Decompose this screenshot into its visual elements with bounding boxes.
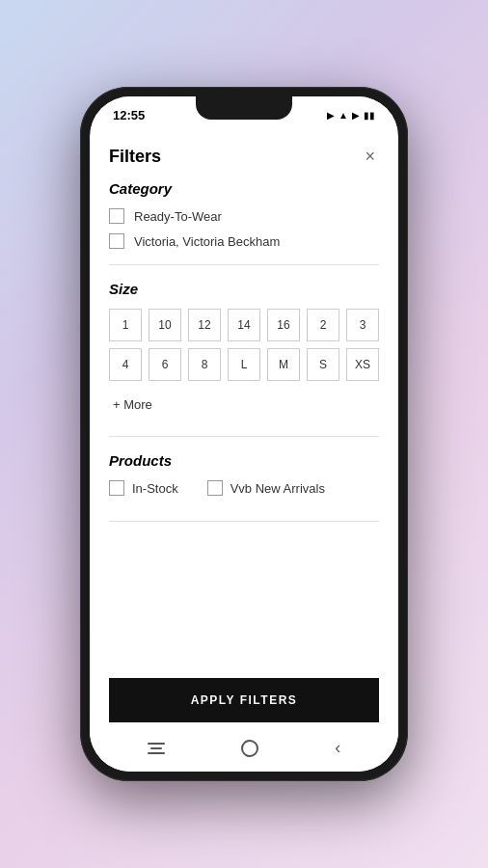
size-btn-6[interactable]: 6 — [149, 348, 181, 381]
filter-content: Filters × Category Ready-To-Wear Victori… — [90, 128, 398, 666]
products-row: In-Stock Vvb New Arrivals — [109, 480, 379, 505]
size-more-button[interactable]: + More — [109, 388, 156, 420]
close-button[interactable]: × — [361, 144, 379, 169]
wifi-icon: ▶ — [352, 110, 360, 121]
nav-line-3 — [148, 752, 165, 754]
divider-3 — [109, 521, 379, 522]
divider-1 — [109, 264, 379, 265]
category-title: Category — [109, 180, 379, 197]
status-time: 12:55 — [113, 108, 145, 122]
checkbox-victoria-beckham[interactable] — [109, 233, 124, 249]
signal-icon: ▲ — [339, 110, 348, 121]
product-option-in-stock[interactable]: In-Stock — [109, 480, 178, 496]
divider-2 — [109, 436, 379, 437]
spacer — [109, 537, 379, 666]
products-title: Products — [109, 452, 379, 469]
size-btn-8[interactable]: 8 — [188, 348, 221, 381]
apply-filters-button[interactable]: APPLY FILTERS — [109, 678, 379, 722]
size-btn-S[interactable]: S — [307, 348, 339, 381]
status-icons: ▶ ▲ ▶ ▮▮ — [327, 110, 375, 121]
checkbox-vvb-new-arrivals[interactable] — [207, 480, 223, 496]
back-chevron-icon[interactable]: ‹ — [335, 738, 340, 758]
size-btn-12[interactable]: 12 — [188, 309, 221, 341]
product-label-vvb-new-arrivals: Vvb New Arrivals — [230, 481, 325, 496]
size-title: Size — [109, 281, 379, 297]
size-btn-14[interactable]: 14 — [228, 309, 260, 341]
size-btn-4[interactable]: 4 — [109, 348, 142, 381]
size-btn-M[interactable]: M — [267, 348, 300, 381]
size-btn-16[interactable]: 16 — [267, 309, 300, 341]
battery-icon: ▮▮ — [364, 110, 375, 121]
category-label-victoria-beckham: Victoria, Victoria Beckham — [134, 234, 280, 249]
size-grid: 1 10 12 14 16 2 3 4 6 8 L M S XS + More — [109, 309, 379, 420]
checkbox-ready-to-wear[interactable] — [109, 208, 124, 224]
product-option-vvb-new-arrivals[interactable]: Vvb New Arrivals — [207, 480, 325, 496]
category-option-victoria-beckham[interactable]: Victoria, Victoria Beckham — [109, 233, 379, 249]
notch — [196, 96, 292, 120]
bottom-bar: APPLY FILTERS — [90, 666, 398, 730]
modal-header: Filters × — [109, 128, 379, 180]
size-btn-10[interactable]: 10 — [149, 309, 181, 341]
size-section: Size 1 10 12 14 16 2 3 4 6 8 L M S XS + — [109, 281, 379, 420]
size-btn-3[interactable]: 3 — [346, 309, 379, 341]
category-label-ready-to-wear: Ready-To-Wear — [134, 209, 222, 224]
category-section: Category Ready-To-Wear Victoria, Victori… — [109, 180, 379, 249]
phone-screen: 12:55 ▶ ▲ ▶ ▮▮ Filters × Category Ready-… — [90, 96, 398, 772]
size-btn-L[interactable]: L — [228, 348, 260, 381]
products-section: Products In-Stock Vvb New Arrivals — [109, 452, 379, 505]
home-circle-icon[interactable] — [241, 740, 258, 757]
nav-line-1 — [148, 743, 165, 745]
nav-lines-icon — [148, 743, 165, 754]
phone-frame: 12:55 ▶ ▲ ▶ ▮▮ Filters × Category Ready-… — [80, 87, 408, 781]
bluetooth-icon: ▶ — [327, 110, 335, 121]
nav-line-2 — [150, 747, 162, 749]
size-btn-2[interactable]: 2 — [307, 309, 339, 341]
size-btn-1[interactable]: 1 — [109, 309, 142, 341]
checkbox-in-stock[interactable] — [109, 480, 124, 496]
modal-title: Filters — [109, 147, 161, 167]
product-label-in-stock: In-Stock — [132, 481, 178, 496]
size-btn-XS[interactable]: XS — [346, 348, 379, 381]
nav-bar: ‹ — [90, 730, 398, 772]
category-option-ready-to-wear[interactable]: Ready-To-Wear — [109, 208, 379, 224]
